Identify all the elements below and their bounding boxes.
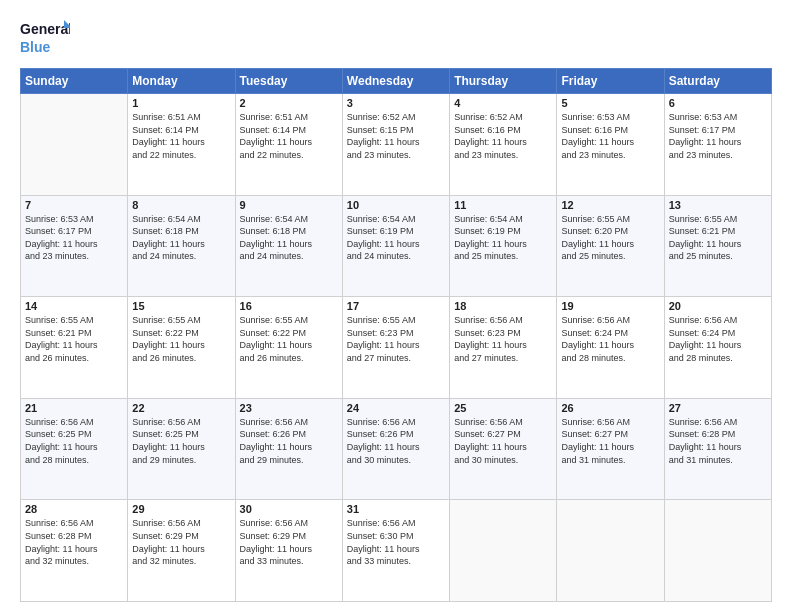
cell-info: Sunrise: 6:56 AM Sunset: 6:23 PM Dayligh… — [454, 314, 552, 364]
day-number: 30 — [240, 503, 338, 515]
cell-info: Sunrise: 6:54 AM Sunset: 6:18 PM Dayligh… — [132, 213, 230, 263]
cell-info: Sunrise: 6:56 AM Sunset: 6:24 PM Dayligh… — [561, 314, 659, 364]
cell-info: Sunrise: 6:56 AM Sunset: 6:29 PM Dayligh… — [240, 517, 338, 567]
day-number: 18 — [454, 300, 552, 312]
calendar-cell: 29Sunrise: 6:56 AM Sunset: 6:29 PM Dayli… — [128, 500, 235, 602]
day-number: 31 — [347, 503, 445, 515]
day-number: 25 — [454, 402, 552, 414]
calendar-cell: 11Sunrise: 6:54 AM Sunset: 6:19 PM Dayli… — [450, 195, 557, 297]
header-day-sunday: Sunday — [21, 69, 128, 94]
calendar-table: SundayMondayTuesdayWednesdayThursdayFrid… — [20, 68, 772, 602]
cell-info: Sunrise: 6:54 AM Sunset: 6:18 PM Dayligh… — [240, 213, 338, 263]
calendar-cell: 28Sunrise: 6:56 AM Sunset: 6:28 PM Dayli… — [21, 500, 128, 602]
day-number: 16 — [240, 300, 338, 312]
calendar-cell: 14Sunrise: 6:55 AM Sunset: 6:21 PM Dayli… — [21, 297, 128, 399]
day-number: 28 — [25, 503, 123, 515]
day-number: 12 — [561, 199, 659, 211]
calendar-body: 1Sunrise: 6:51 AM Sunset: 6:14 PM Daylig… — [21, 94, 772, 602]
cell-info: Sunrise: 6:56 AM Sunset: 6:26 PM Dayligh… — [240, 416, 338, 466]
calendar-cell: 9Sunrise: 6:54 AM Sunset: 6:18 PM Daylig… — [235, 195, 342, 297]
header-day-monday: Monday — [128, 69, 235, 94]
cell-info: Sunrise: 6:55 AM Sunset: 6:21 PM Dayligh… — [669, 213, 767, 263]
calendar-cell — [557, 500, 664, 602]
calendar-cell: 4Sunrise: 6:52 AM Sunset: 6:16 PM Daylig… — [450, 94, 557, 196]
day-number: 22 — [132, 402, 230, 414]
day-number: 9 — [240, 199, 338, 211]
day-number: 27 — [669, 402, 767, 414]
svg-text:Blue: Blue — [20, 39, 51, 55]
calendar-cell: 24Sunrise: 6:56 AM Sunset: 6:26 PM Dayli… — [342, 398, 449, 500]
day-number: 29 — [132, 503, 230, 515]
day-number: 4 — [454, 97, 552, 109]
day-number: 8 — [132, 199, 230, 211]
cell-info: Sunrise: 6:53 AM Sunset: 6:17 PM Dayligh… — [669, 111, 767, 161]
day-number: 17 — [347, 300, 445, 312]
cell-info: Sunrise: 6:52 AM Sunset: 6:15 PM Dayligh… — [347, 111, 445, 161]
cell-info: Sunrise: 6:56 AM Sunset: 6:28 PM Dayligh… — [669, 416, 767, 466]
calendar-cell: 25Sunrise: 6:56 AM Sunset: 6:27 PM Dayli… — [450, 398, 557, 500]
calendar-cell: 12Sunrise: 6:55 AM Sunset: 6:20 PM Dayli… — [557, 195, 664, 297]
cell-info: Sunrise: 6:52 AM Sunset: 6:16 PM Dayligh… — [454, 111, 552, 161]
calendar-cell: 23Sunrise: 6:56 AM Sunset: 6:26 PM Dayli… — [235, 398, 342, 500]
cell-info: Sunrise: 6:55 AM Sunset: 6:23 PM Dayligh… — [347, 314, 445, 364]
calendar-cell: 27Sunrise: 6:56 AM Sunset: 6:28 PM Dayli… — [664, 398, 771, 500]
day-number: 23 — [240, 402, 338, 414]
cell-info: Sunrise: 6:51 AM Sunset: 6:14 PM Dayligh… — [132, 111, 230, 161]
header-day-saturday: Saturday — [664, 69, 771, 94]
day-number: 20 — [669, 300, 767, 312]
cell-info: Sunrise: 6:56 AM Sunset: 6:27 PM Dayligh… — [454, 416, 552, 466]
day-number: 5 — [561, 97, 659, 109]
cell-info: Sunrise: 6:55 AM Sunset: 6:22 PM Dayligh… — [132, 314, 230, 364]
calendar-cell: 30Sunrise: 6:56 AM Sunset: 6:29 PM Dayli… — [235, 500, 342, 602]
calendar-cell — [450, 500, 557, 602]
day-number: 21 — [25, 402, 123, 414]
cell-info: Sunrise: 6:56 AM Sunset: 6:30 PM Dayligh… — [347, 517, 445, 567]
day-number: 13 — [669, 199, 767, 211]
calendar-week-2: 7Sunrise: 6:53 AM Sunset: 6:17 PM Daylig… — [21, 195, 772, 297]
cell-info: Sunrise: 6:56 AM Sunset: 6:24 PM Dayligh… — [669, 314, 767, 364]
calendar-week-1: 1Sunrise: 6:51 AM Sunset: 6:14 PM Daylig… — [21, 94, 772, 196]
calendar-cell: 19Sunrise: 6:56 AM Sunset: 6:24 PM Dayli… — [557, 297, 664, 399]
cell-info: Sunrise: 6:56 AM Sunset: 6:25 PM Dayligh… — [132, 416, 230, 466]
cell-info: Sunrise: 6:53 AM Sunset: 6:17 PM Dayligh… — [25, 213, 123, 263]
day-number: 19 — [561, 300, 659, 312]
calendar-cell: 18Sunrise: 6:56 AM Sunset: 6:23 PM Dayli… — [450, 297, 557, 399]
day-number: 24 — [347, 402, 445, 414]
calendar-cell — [664, 500, 771, 602]
calendar-cell: 3Sunrise: 6:52 AM Sunset: 6:15 PM Daylig… — [342, 94, 449, 196]
calendar-cell: 10Sunrise: 6:54 AM Sunset: 6:19 PM Dayli… — [342, 195, 449, 297]
cell-info: Sunrise: 6:55 AM Sunset: 6:20 PM Dayligh… — [561, 213, 659, 263]
calendar-cell: 8Sunrise: 6:54 AM Sunset: 6:18 PM Daylig… — [128, 195, 235, 297]
cell-info: Sunrise: 6:56 AM Sunset: 6:29 PM Dayligh… — [132, 517, 230, 567]
calendar-header-row: SundayMondayTuesdayWednesdayThursdayFrid… — [21, 69, 772, 94]
calendar-cell: 20Sunrise: 6:56 AM Sunset: 6:24 PM Dayli… — [664, 297, 771, 399]
page-header: General Blue — [20, 16, 772, 58]
header-day-thursday: Thursday — [450, 69, 557, 94]
calendar-cell: 31Sunrise: 6:56 AM Sunset: 6:30 PM Dayli… — [342, 500, 449, 602]
svg-text:General: General — [20, 21, 70, 37]
logo: General Blue — [20, 16, 70, 58]
calendar-week-5: 28Sunrise: 6:56 AM Sunset: 6:28 PM Dayli… — [21, 500, 772, 602]
calendar-cell: 16Sunrise: 6:55 AM Sunset: 6:22 PM Dayli… — [235, 297, 342, 399]
header-day-friday: Friday — [557, 69, 664, 94]
header-day-wednesday: Wednesday — [342, 69, 449, 94]
calendar-cell: 1Sunrise: 6:51 AM Sunset: 6:14 PM Daylig… — [128, 94, 235, 196]
calendar-cell: 6Sunrise: 6:53 AM Sunset: 6:17 PM Daylig… — [664, 94, 771, 196]
cell-info: Sunrise: 6:54 AM Sunset: 6:19 PM Dayligh… — [347, 213, 445, 263]
calendar-cell: 7Sunrise: 6:53 AM Sunset: 6:17 PM Daylig… — [21, 195, 128, 297]
day-number: 15 — [132, 300, 230, 312]
day-number: 14 — [25, 300, 123, 312]
cell-info: Sunrise: 6:56 AM Sunset: 6:25 PM Dayligh… — [25, 416, 123, 466]
day-number: 2 — [240, 97, 338, 109]
header-day-tuesday: Tuesday — [235, 69, 342, 94]
cell-info: Sunrise: 6:54 AM Sunset: 6:19 PM Dayligh… — [454, 213, 552, 263]
calendar-cell: 2Sunrise: 6:51 AM Sunset: 6:14 PM Daylig… — [235, 94, 342, 196]
logo-svg: General Blue — [20, 16, 70, 58]
cell-info: Sunrise: 6:53 AM Sunset: 6:16 PM Dayligh… — [561, 111, 659, 161]
cell-info: Sunrise: 6:56 AM Sunset: 6:26 PM Dayligh… — [347, 416, 445, 466]
cell-info: Sunrise: 6:56 AM Sunset: 6:28 PM Dayligh… — [25, 517, 123, 567]
calendar-cell: 26Sunrise: 6:56 AM Sunset: 6:27 PM Dayli… — [557, 398, 664, 500]
calendar-cell: 15Sunrise: 6:55 AM Sunset: 6:22 PM Dayli… — [128, 297, 235, 399]
calendar-cell: 5Sunrise: 6:53 AM Sunset: 6:16 PM Daylig… — [557, 94, 664, 196]
day-number: 10 — [347, 199, 445, 211]
